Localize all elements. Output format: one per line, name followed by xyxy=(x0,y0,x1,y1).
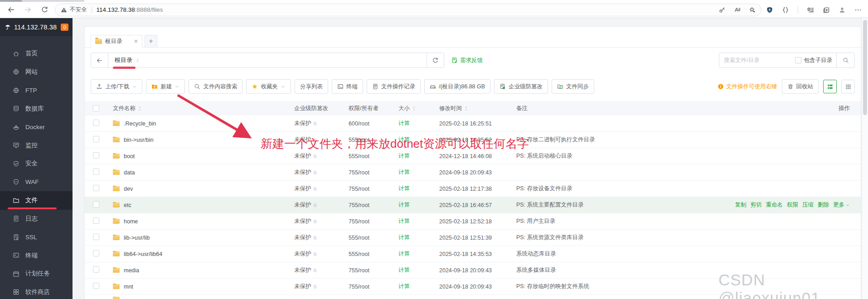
file-name-link[interactable]: home xyxy=(124,218,138,225)
table-row[interactable]: dev未保护755/root计算2025-02-18 12:17:38PS: 存… xyxy=(85,181,861,197)
toolbar-button-upload[interactable]: 上传/下载 xyxy=(91,79,142,94)
file-name-link[interactable]: dev xyxy=(124,186,133,192)
file-name-link[interactable]: data xyxy=(124,169,135,176)
include-subdir-option[interactable]: 包含子目录 xyxy=(795,57,837,64)
sidebar-item-home[interactable]: 首页 xyxy=(0,44,73,63)
row-checkbox[interactable] xyxy=(93,250,99,256)
file-name-link[interactable]: boot xyxy=(124,153,135,159)
recycle-bin-button[interactable]: 回收站 xyxy=(782,79,819,94)
toolbar-button-favorites[interactable]: 收藏夹 xyxy=(246,79,291,94)
search-button[interactable] xyxy=(836,53,854,68)
calc-size-link[interactable]: 计算 xyxy=(398,202,410,208)
file-name-link[interactable]: bin->usr/bin xyxy=(124,137,154,143)
refresh-button[interactable] xyxy=(427,53,444,68)
select-all-checkbox[interactable] xyxy=(93,105,99,111)
scrollbar-thumb[interactable] xyxy=(863,20,867,115)
browser-menu-icon[interactable] xyxy=(854,6,862,14)
toolbar-button-terminal[interactable]: 终端 xyxy=(332,79,363,94)
row-action[interactable]: 剪切 xyxy=(751,201,762,209)
table-row[interactable]: etc未保护755/root计算2025-02-18 16:46:57PS: 系… xyxy=(85,197,861,213)
sidebar-item-ssl[interactable]: SSL xyxy=(0,228,73,246)
sidebar-item-logs[interactable]: 日志 xyxy=(0,210,73,228)
calc-size-link[interactable]: 计算 xyxy=(398,185,410,192)
toolbar-button-new[interactable]: 新建 xyxy=(146,79,185,94)
sidebar-item-database[interactable]: 数据库 xyxy=(0,100,73,118)
browser-forward-button[interactable] xyxy=(24,6,32,14)
file-name-link[interactable]: lib->usr/lib xyxy=(124,235,150,241)
list-view-button[interactable] xyxy=(823,80,837,93)
toolbar-button-tamper-proof[interactable]: 企业级防篡改 xyxy=(494,79,548,94)
row-action[interactable]: 删除 xyxy=(818,201,829,209)
sidebar-item-waf[interactable]: WAF xyxy=(0,173,73,192)
url-text[interactable]: 114.132.78.38:8888/files xyxy=(97,6,163,13)
table-row[interactable]: .Recycle_bin未保护600/root计算2025-02-18 16:2… xyxy=(85,116,861,132)
row-checkbox[interactable] xyxy=(93,217,99,224)
sort-icon[interactable] xyxy=(137,106,143,111)
calc-size-link[interactable]: 计算 xyxy=(398,153,410,159)
file-name-link[interactable]: lib64->usr/lib64 xyxy=(124,251,162,257)
calc-size-link[interactable]: 计算 xyxy=(398,218,410,224)
add-tab-button[interactable]: + xyxy=(145,35,157,48)
shield-extension-icon[interactable] xyxy=(766,6,773,14)
calc-size-link[interactable]: 计算 xyxy=(398,251,410,257)
table-row[interactable]: home未保护755/root计算2025-02-18 12:52:18PS: … xyxy=(85,213,861,230)
table-row[interactable]: mnt未保护755/root计算2024-09-18 20:09:43PS: 存… xyxy=(85,279,861,295)
server-header[interactable]: 114.132.78.38 0 xyxy=(0,18,73,36)
braces-extension-icon[interactable] xyxy=(782,6,789,14)
table-row[interactable]: data未保护755/root计算2024-09-18 20:09:43 xyxy=(85,164,861,181)
row-checkbox[interactable] xyxy=(93,185,99,191)
toolbar-button-content-search[interactable]: 文件内容搜索 xyxy=(189,79,242,94)
row-checkbox[interactable] xyxy=(93,152,99,159)
sort-icon[interactable] xyxy=(463,106,469,111)
row-action[interactable]: 权限 xyxy=(787,201,798,209)
breadcrumb[interactable]: 根目录 xyxy=(115,56,132,64)
back-button[interactable] xyxy=(91,53,108,68)
grid-view-button[interactable] xyxy=(841,80,855,93)
sidebar-item-docker[interactable]: Docker xyxy=(0,118,73,136)
sidebar-item-monitor[interactable]: 监控 xyxy=(0,136,73,155)
not-secure-label[interactable]: 不安全 xyxy=(70,6,87,14)
toolbar-button-share-list[interactable]: 分享列表 xyxy=(295,79,328,94)
calc-size-link[interactable]: 计算 xyxy=(398,169,410,175)
row-action[interactable]: 复制 xyxy=(735,201,747,209)
sidebar-item-appstore[interactable]: 软件商店 xyxy=(0,283,73,299)
row-checkbox[interactable] xyxy=(93,234,99,240)
header-size[interactable]: 大小 xyxy=(398,105,439,112)
collections-icon[interactable] xyxy=(823,6,830,14)
calc-size-link[interactable]: 计算 xyxy=(398,283,410,289)
row-checkbox[interactable] xyxy=(93,136,99,142)
table-row[interactable]: lib64->usr/lib64未保护555/root计算2025-02-18 … xyxy=(85,246,861,262)
row-checkbox[interactable] xyxy=(93,169,99,175)
table-row[interactable]: lib->usr/lib未保护555/root计算2025-02-18 12:5… xyxy=(85,230,861,246)
toolbar-button-disk[interactable]: /(根目录)86.88 GB xyxy=(424,79,490,94)
calc-size-link[interactable]: 计算 xyxy=(398,136,410,143)
browser-back-button[interactable] xyxy=(7,6,15,14)
sidebar-item-terminal[interactable]: 终端 xyxy=(0,246,73,265)
profile-avatar[interactable] xyxy=(839,6,846,14)
sort-icon[interactable] xyxy=(411,106,417,111)
add-favorite-icon[interactable] xyxy=(749,6,756,13)
header-mtime[interactable]: 修改时间 xyxy=(439,105,516,112)
sidebar-item-ftp[interactable]: FTP xyxy=(0,81,73,100)
row-checkbox[interactable] xyxy=(93,283,99,289)
toolbar-button-file-ops-log[interactable]: 文件操作记录 xyxy=(367,79,421,94)
row-action[interactable]: 压缩 xyxy=(802,201,814,209)
file-name-link[interactable]: media xyxy=(124,267,139,274)
tab-root-directory[interactable]: 根目录 × xyxy=(91,35,142,48)
calc-size-link[interactable]: 计算 xyxy=(398,267,410,273)
file-name-link[interactable]: .Recycle_bin xyxy=(124,121,156,127)
table-row[interactable]: media未保护755/root计算2024-09-18 20:09:43系统多… xyxy=(85,262,861,279)
row-action[interactable]: 重命名 xyxy=(766,201,783,209)
password-icon[interactable] xyxy=(719,6,726,13)
sidebar-item-website[interactable]: 网站 xyxy=(0,63,73,82)
calc-size-link[interactable]: 计算 xyxy=(398,120,410,126)
sidebar-item-files[interactable]: 文件 xyxy=(0,191,73,210)
address-bar[interactable]: 不安全 114.132.78.38:8888/files xyxy=(55,4,761,16)
search-input[interactable] xyxy=(719,57,795,63)
feedback-link[interactable]: 需求反馈 xyxy=(451,57,483,64)
browser-refresh-button[interactable] xyxy=(41,6,48,14)
sidebar-item-security[interactable]: 安全 xyxy=(0,154,73,173)
read-aloud-icon[interactable] xyxy=(734,6,741,13)
table-row[interactable]: boot未保护555/root计算2024-12-18 14:46:08PS: … xyxy=(85,148,861,164)
calc-size-link[interactable]: 计算 xyxy=(398,234,410,241)
